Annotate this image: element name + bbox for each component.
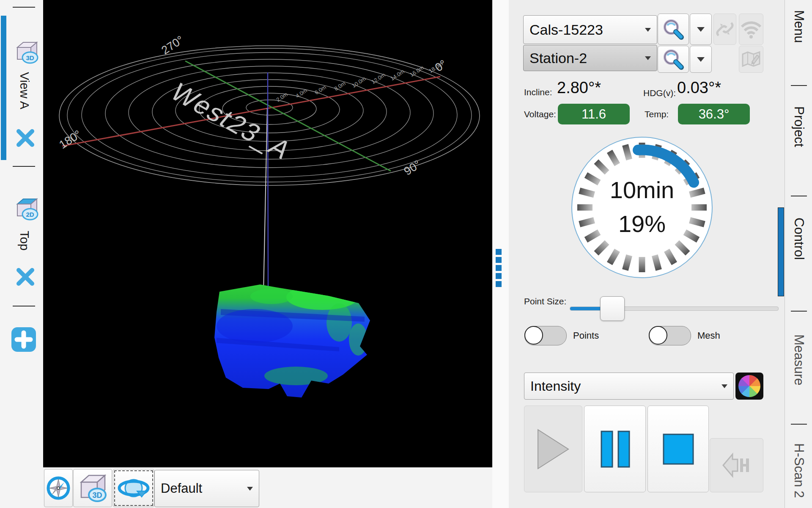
- divider: [791, 424, 807, 425]
- chevron-down-icon: [645, 28, 651, 32]
- view-3d-icon: 3D: [14, 39, 38, 67]
- station-select[interactable]: Station-2: [523, 45, 657, 71]
- temp-badge: 36.3°: [678, 104, 750, 124]
- voltage-label: Voltage:: [524, 109, 556, 119]
- splitter-handle-dot: [496, 281, 502, 287]
- disconnect-button[interactable]: [713, 14, 736, 45]
- pause-icon: [598, 430, 632, 469]
- tab-hscan2[interactable]: H-Scan 2: [791, 443, 807, 498]
- play-button[interactable]: [524, 406, 582, 492]
- compass-button[interactable]: [44, 469, 73, 507]
- points-toggle[interactable]: [524, 326, 567, 345]
- toggle-knob: [649, 326, 667, 345]
- svg-text:2D: 2D: [26, 211, 34, 218]
- tab-menu[interactable]: Menu: [791, 10, 807, 43]
- progress-percent: 19%: [618, 210, 666, 237]
- scan-3d-viewport[interactable]: 270° 0° 180° 90° 2.0m 4.0m 6.0m 8.0m 10.…: [43, 0, 492, 467]
- close-top-icon[interactable]: [15, 267, 36, 287]
- stop-icon: [661, 432, 695, 466]
- points-toggle-label: Points: [573, 330, 599, 341]
- close-view-a-icon[interactable]: [15, 128, 36, 148]
- wifi-button[interactable]: [739, 14, 763, 45]
- calibration-value: Cals-15223: [524, 22, 645, 38]
- compass-icon: [46, 476, 71, 500]
- search-icon: [662, 48, 684, 70]
- main-tab-strip: Menu Project Control Measure H-Scan 2: [785, 0, 812, 508]
- view-preset-select[interactable]: Default: [154, 470, 259, 507]
- orbit-icon: [117, 472, 151, 504]
- orbit-rotate-button[interactable]: [113, 469, 154, 507]
- polar-grid-scene: 270° 0° 180° 90° 2.0m 4.0m 6.0m 8.0m 10.…: [43, 0, 492, 467]
- divider: [791, 196, 807, 196]
- time-remaining: 10min: [610, 177, 675, 203]
- splitter-handle-dot: [496, 249, 502, 255]
- add-view-button[interactable]: [11, 327, 36, 352]
- divider: [13, 306, 35, 306]
- divider: [791, 311, 807, 312]
- mesh-toggle[interactable]: [649, 326, 691, 345]
- colormap-select[interactable]: Intensity: [524, 373, 734, 400]
- bearing-90: 90°: [402, 158, 423, 178]
- sidebar-tab-top[interactable]: Top: [17, 231, 31, 251]
- edit-survey-button[interactable]: [739, 46, 763, 73]
- splitter-handle-dot: [496, 265, 502, 271]
- hdg-label: HDG(v):: [643, 88, 676, 98]
- retract-arrow-h-icon: [721, 451, 753, 480]
- view-3d-mode-button[interactable]: 3D: [73, 469, 112, 507]
- wifi-icon: [740, 20, 762, 39]
- divider: [13, 166, 35, 167]
- colormap-value: Intensity: [524, 378, 721, 394]
- search-icon: [662, 18, 684, 40]
- mesh-toggle-label: Mesh: [697, 330, 720, 341]
- tab-control[interactable]: Control: [791, 218, 807, 260]
- point-size-label: Point Size:: [524, 296, 566, 306]
- hscan-retract-button[interactable]: [710, 438, 763, 492]
- divider: [791, 85, 807, 86]
- scan-progress-gauge: 10min 19%: [571, 136, 713, 279]
- toggle-knob: [524, 326, 543, 345]
- app-window: 3D View A 2D Top: [0, 0, 812, 508]
- color-wheel-button[interactable]: [735, 373, 763, 400]
- site-label: West23_A: [165, 78, 299, 164]
- point-size-slider-handle[interactable]: [600, 296, 625, 321]
- bearing-180: 180°: [57, 128, 84, 152]
- view-tabs-sidebar: 3D View A 2D Top: [0, 0, 44, 508]
- chevron-down-icon: [721, 384, 727, 388]
- splitter-handle-dot: [496, 257, 502, 263]
- active-view-indicator: [1, 16, 6, 160]
- plus-icon: [11, 327, 36, 352]
- tab-measure[interactable]: Measure: [791, 334, 807, 386]
- temp-label: Temp:: [645, 109, 669, 119]
- borehole-line: [268, 72, 268, 286]
- splitter-handle-dot: [496, 273, 502, 279]
- divider: [13, 7, 35, 8]
- viewport-toolbar: 3D Default: [43, 467, 492, 508]
- tab-project[interactable]: Project: [791, 106, 807, 147]
- svg-text:3D: 3D: [92, 491, 102, 500]
- view-preset-value: Default: [155, 481, 247, 496]
- stop-button[interactable]: [647, 406, 709, 492]
- active-tab-indicator: [778, 207, 784, 296]
- calibration-dropdown-button[interactable]: [690, 14, 712, 45]
- search-calibration-button[interactable]: [658, 14, 689, 45]
- cube-3d-icon: 3D: [77, 472, 108, 504]
- view-2d-icon: 2D: [14, 196, 38, 224]
- voltage-badge: 11.6: [558, 104, 630, 124]
- cavity-mesh: [43, 284, 370, 398]
- chevron-down-icon: [247, 487, 253, 491]
- incline-value: 2.80°*: [557, 79, 601, 97]
- svg-text:10.0m: 10.0m: [351, 75, 367, 89]
- station-dropdown-button[interactable]: [690, 46, 712, 73]
- svg-text:3D: 3D: [26, 54, 34, 61]
- calibration-select[interactable]: Cals-15223: [523, 15, 657, 44]
- search-station-button[interactable]: [658, 46, 689, 73]
- control-panel: Cals-15223 Station-2: [509, 0, 785, 508]
- play-icon: [535, 428, 571, 470]
- panel-splitter[interactable]: [492, 0, 509, 508]
- chevron-down-icon: [645, 56, 651, 60]
- station-value: Station-2: [524, 50, 645, 66]
- incline-label: Incline:: [524, 87, 552, 97]
- pause-button[interactable]: [584, 406, 646, 492]
- sidebar-tab-view-a[interactable]: View A: [17, 72, 31, 109]
- arrow-down-icon: [697, 27, 705, 32]
